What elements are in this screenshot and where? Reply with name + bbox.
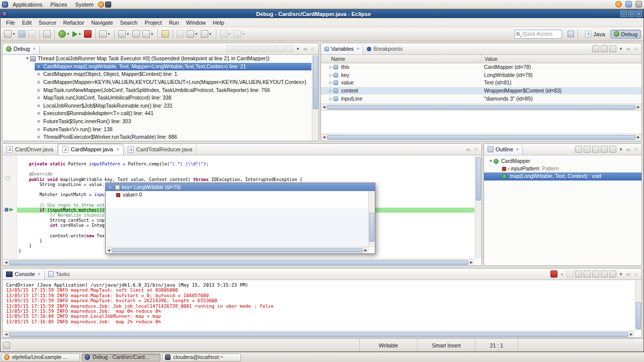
scroll-right-icon[interactable]: ▶	[635, 105, 641, 109]
tab-outline[interactable]: Outline ×	[484, 144, 523, 155]
display-selected-console-icon[interactable]	[601, 270, 608, 278]
chevron-right-icon[interactable]: ▷	[328, 80, 334, 85]
outline-field-row[interactable]: s inputPattern : Pattern	[484, 165, 641, 172]
scroll-right-icon[interactable]: ▶	[468, 260, 474, 264]
applications-menu[interactable]: Applications	[9, 1, 46, 8]
scrollbar-thumb[interactable]	[369, 213, 374, 242]
scroll-lock-icon[interactable]	[584, 270, 591, 278]
scrollbar-thumb[interactable]	[327, 105, 635, 110]
link-with-editor-icon[interactable]	[609, 146, 616, 153]
input-method-icon[interactable]	[625, 1, 632, 8]
scroll-left-icon[interactable]: ◀	[3, 260, 9, 264]
variable-row[interactable]: ▷inputLine"diamonds 3" (id=85)	[321, 95, 641, 103]
last-edit-location-icon[interactable]	[176, 29, 185, 40]
view-menu-icon[interactable]: ▼	[618, 146, 624, 153]
scrollbar-thumb[interactable]	[313, 56, 318, 109]
chevron-down-icon[interactable]: ▼	[25, 56, 30, 61]
new-wizard-icon[interactable]: ▼	[3, 29, 17, 40]
minimize-view-icon[interactable]: ▭	[625, 270, 631, 278]
tab-carddriver[interactable]: J CardDriver.java	[3, 144, 58, 155]
taskbar-window-eclipse[interactable]: Debug - Card/src/Card...	[82, 353, 160, 361]
stack-frame-row[interactable]: ≡LocalJobRunner$Job$MapTaskRunnable.run(…	[3, 102, 311, 110]
hide-non-public-icon[interactable]	[601, 146, 608, 153]
new-java-project-icon[interactable]: ▼	[117, 29, 131, 40]
maximize-button[interactable]: □	[628, 11, 634, 17]
close-icon[interactable]: ×	[38, 272, 40, 277]
step-return-icon[interactable]	[286, 45, 293, 52]
scroll-right-icon[interactable]: ▶	[635, 135, 641, 139]
tab-tasks[interactable]: Tasks	[45, 268, 73, 280]
minimize-view-icon[interactable]: ▭	[465, 146, 471, 153]
scroll-left-icon[interactable]: ◀	[106, 248, 112, 252]
column-name[interactable]: Name	[331, 56, 345, 62]
step-over-icon[interactable]	[278, 45, 285, 52]
scrollbar-thumb[interactable]	[9, 260, 468, 265]
show-type-names-icon[interactable]	[592, 45, 599, 52]
step-into-icon[interactable]	[269, 45, 276, 52]
close-icon[interactable]: ×	[516, 147, 519, 152]
outline-class-row[interactable]: ▼ CardMapper	[484, 157, 641, 165]
tab-console[interactable]: Console ×	[3, 268, 45, 280]
stack-frame-row[interactable]: ≡MapTask.runNewMapper(JobConf, TaskSplit…	[3, 86, 311, 94]
stack-frame-row[interactable]: ≡CardMapper.map(LongWritable, Text, Mapp…	[3, 63, 311, 71]
scrollbar-thumb[interactable]	[636, 302, 641, 329]
scroll-left-icon[interactable]: ◀	[321, 105, 327, 109]
maximize-view-icon[interactable]: □	[310, 45, 316, 52]
pin-console-icon[interactable]	[592, 270, 599, 278]
thread-row[interactable]: ▼ Thread [LocalJobRunner Map Task Execut…	[3, 55, 311, 63]
chevron-down-icon[interactable]: ▼	[488, 159, 494, 163]
chevron-right-icon[interactable]: ▷	[328, 73, 334, 77]
system-menu[interactable]: System	[71, 1, 97, 8]
volume-icon[interactable]	[635, 1, 642, 8]
quick-access-box[interactable]	[514, 30, 562, 39]
sort-icon[interactable]	[575, 146, 582, 153]
view-menu-icon[interactable]: ▼	[295, 45, 301, 52]
suspend-icon[interactable]	[244, 45, 251, 52]
open-console-icon[interactable]	[609, 270, 616, 278]
window-titlebar[interactable]: Debug - Card/src/CardMapper.java - Eclip…	[1, 10, 643, 18]
scroll-right-icon[interactable]: ▶	[363, 248, 369, 252]
stack-frame-row[interactable]: ≡ThreadPoolExecutor$Worker.runTask(Runna…	[3, 133, 311, 141]
remove-launch-icon[interactable]: ×	[559, 270, 565, 278]
new-package-icon[interactable]	[131, 29, 141, 40]
close-button[interactable]: ×	[635, 11, 642, 17]
view-menu-icon[interactable]: ▼	[618, 270, 624, 278]
skip-all-breakpoints-icon[interactable]	[42, 29, 52, 40]
close-icon[interactable]: ×	[357, 46, 359, 51]
terminate-icon[interactable]	[252, 45, 259, 52]
terminal-launcher-icon[interactable]	[105, 2, 111, 8]
next-annotation-icon[interactable]: ▼	[219, 29, 232, 40]
scrollbar-thumb[interactable]	[112, 248, 363, 252]
tab-cardtotalreducer[interactable]: J CardTotalReducer.java	[124, 144, 197, 155]
popup-variable-row[interactable]: ▷ key= LongWritable (id=79)	[106, 183, 375, 191]
stack-frame-row[interactable]: ≡FutureTask<V>.run() line: 138	[3, 125, 311, 133]
stack-frame-row[interactable]: ≡CardMapper(Mapper<KEYIN,VALUEIN,KEYOUT,…	[3, 78, 311, 86]
menu-refactor[interactable]: Refactor	[60, 19, 88, 26]
variable-row[interactable]: ▷valueText (id=81)	[321, 79, 641, 87]
resume-icon[interactable]	[235, 45, 242, 52]
column-value[interactable]: Value	[485, 56, 498, 62]
view-menu-icon[interactable]: ▼	[618, 45, 624, 52]
perspective-debug[interactable]: Debug	[610, 30, 641, 39]
chevron-right-icon[interactable]: ▷	[328, 97, 334, 101]
disconnect-icon[interactable]	[261, 45, 268, 52]
forward-icon[interactable]: ▼	[200, 29, 213, 40]
menu-source[interactable]: Source	[35, 19, 60, 26]
scrollbar-thumb[interactable]	[9, 332, 628, 337]
taskbar-window-firefox[interactable]: eljefe6a/UnoExample ...	[1, 353, 80, 361]
chevron-right-icon[interactable]: ▷	[328, 65, 334, 69]
menu-project[interactable]: Project	[141, 19, 165, 26]
chevron-right-icon[interactable]: ▷	[108, 185, 113, 190]
external-tools-icon[interactable]: ▼	[98, 29, 112, 40]
outline-method-row[interactable]: map(LongWritable, Text, Context) : void	[484, 172, 641, 180]
variables-column-header[interactable]: Name Value	[321, 55, 641, 63]
scroll-left-icon[interactable]: ◀	[3, 332, 9, 336]
variable-row[interactable]: ▷contextWrappedMapper$Context (id=83)	[321, 87, 641, 95]
chevron-right-icon[interactable]: ▷	[328, 88, 334, 93]
maximize-view-icon[interactable]: □	[473, 146, 479, 153]
scroll-right-icon[interactable]: ▶	[628, 332, 634, 336]
run-icon[interactable]: ▼	[71, 29, 83, 40]
variable-row[interactable]: ▷thisCardMapper (id=78)	[321, 63, 641, 71]
minimize-view-icon[interactable]: ▭	[302, 45, 308, 52]
status-trim-icon[interactable]	[3, 342, 10, 349]
